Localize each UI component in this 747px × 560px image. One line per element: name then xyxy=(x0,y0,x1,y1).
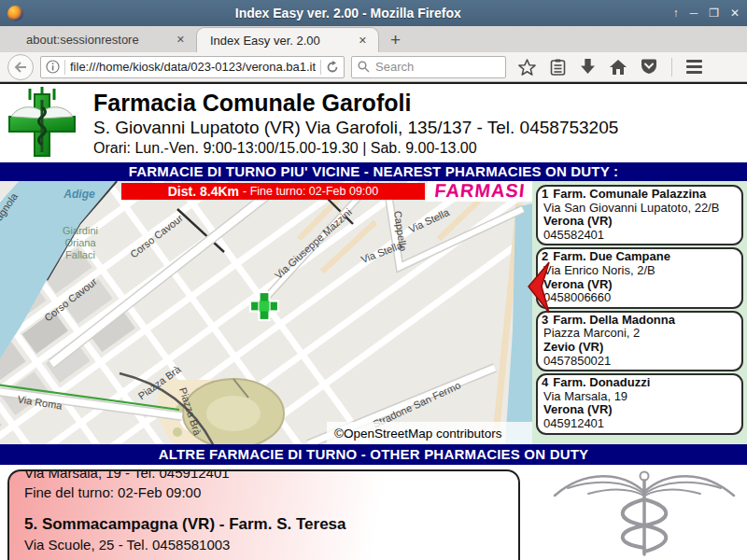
tab-label: Index Easy ver. 2.00 xyxy=(210,34,357,48)
map-section: Adige Lungadige Campagnola Giardini Oria… xyxy=(0,181,747,444)
pharmacy-card-address: Piazza Marconi, 2 xyxy=(543,327,736,341)
tab-bar: about:sessionrestore ✕ Index Easy ver. 2… xyxy=(0,26,747,52)
tab-close-icon[interactable]: ✕ xyxy=(357,35,369,47)
duty-shift-end: Fine del turno: 02-Feb 09:00 xyxy=(24,484,503,500)
titlebar: Index Easy ver. 2.00 - Mozilla Firefox ↑… xyxy=(0,0,747,26)
distance-value: Dist. 8.4Km xyxy=(168,184,239,199)
pharmacy-card-name: Farm. Comunale Palazzina xyxy=(553,188,706,202)
pharmacy-card-name: Farm. Della Madonna xyxy=(553,314,675,328)
pharmacy-card: 1Farm. Comunale Palazzina Via San Giovan… xyxy=(536,185,743,245)
downloads-icon[interactable] xyxy=(580,59,596,75)
reload-icon[interactable] xyxy=(326,61,339,74)
pharmacy-card-city: Verona (VR) xyxy=(543,403,736,417)
pharmacy-hours: Orari: Lun.-Ven. 9:00-13:00/15.00-19.30 … xyxy=(93,140,618,157)
toolbar-divider xyxy=(671,58,672,77)
pharmacy-number: 4 xyxy=(542,376,548,390)
page-info-icon[interactable] xyxy=(46,60,60,74)
nearest-pharmacies-banner: FARMACIE DI TURNO PIU' VICINE - NEAREST … xyxy=(0,162,747,181)
other-duty-box: Via Marsala, 19 - Tel. 045912401 Fine de… xyxy=(7,469,520,560)
pharmacy-card: 3Farm. Della Madonna Piazza Marconi, 2 Z… xyxy=(536,311,743,371)
farmasi-logo: FARMASI xyxy=(426,181,532,202)
url-input[interactable] xyxy=(70,60,316,74)
map-label-giardini: Oriana xyxy=(64,237,96,248)
pharmacy-card-city: Zevio (VR) xyxy=(543,341,736,355)
pharmacy-number: 3 xyxy=(542,314,548,328)
tab-close-icon[interactable]: ✕ xyxy=(175,34,187,46)
pocket-icon[interactable] xyxy=(641,59,657,75)
url-bar[interactable] xyxy=(40,56,345,78)
map-attribution: ©OpenStreetMap contributors xyxy=(334,427,502,441)
shift-end-time: - Fine turno: 02-Feb 09:00 xyxy=(243,185,378,198)
pharmacy-card-address: Via Enrico Noris, 2/B xyxy=(543,264,736,278)
pharmacy-card-city: Verona (VR) xyxy=(543,278,736,292)
city-map: Adige Lungadige Campagnola Giardini Oria… xyxy=(0,181,532,444)
duty-entry-title: 5. Sommacampagna (VR) - Farm. S. Teresa xyxy=(24,515,503,534)
search-input[interactable] xyxy=(375,60,500,74)
pharmacy-card-city: Verona (VR) xyxy=(543,215,736,229)
pharmacy-card-phone: 045582401 xyxy=(543,229,736,243)
back-icon xyxy=(14,62,27,73)
map-image: Adige Lungadige Campagnola Giardini Oria… xyxy=(0,181,532,444)
pharmacy-card-name: Farm. Donaduzzi xyxy=(553,376,650,390)
distance-banner: Dist. 8.4Km - Fine turno: 02-Feb 09:00 xyxy=(121,183,425,200)
pharmacy-list-panel: 1Farm. Comunale Palazzina Via San Giovan… xyxy=(532,181,747,444)
other-pharmacies-banner: ALTRE FARMACIE DI TURNO - OTHER PHARMACI… xyxy=(0,444,747,465)
tab-index-easy[interactable]: Index Easy ver. 2.00 ✕ xyxy=(196,27,379,52)
minimize-icon[interactable]: ─ xyxy=(690,6,698,21)
firefox-window: Index Easy ver. 2.00 - Mozilla Firefox ↑… xyxy=(0,0,747,560)
search-box[interactable] xyxy=(351,56,506,78)
bookmarks-list-icon[interactable] xyxy=(550,59,566,76)
map-label-giardini: Fallaci xyxy=(65,249,95,260)
pharmacy-card-address: Via Marsala, 19 xyxy=(543,390,736,404)
pharmacy-address: S. Giovanni Lupatoto (VR) Via Garofoli, … xyxy=(93,118,618,137)
urlbar-divider xyxy=(320,60,321,75)
map-label-adige: Adige xyxy=(63,188,95,201)
close-icon[interactable]: ✕ xyxy=(730,6,740,21)
search-icon xyxy=(358,61,370,73)
pharmacy-card-phone: 0457850021 xyxy=(543,355,736,369)
page-content: Farmacia Comunale Garofoli S. Giovanni L… xyxy=(0,82,747,560)
map-label-giardini: Giardini xyxy=(63,225,98,236)
navigation-toolbar xyxy=(0,52,747,82)
pharmacy-card-phone: 045912401 xyxy=(543,417,736,431)
firefox-icon xyxy=(7,6,23,21)
pharmacy-cross-logo xyxy=(4,87,80,160)
pharmacy-number: 1 xyxy=(542,188,548,202)
raise-window-icon[interactable]: ↑ xyxy=(673,6,679,21)
duty-address-line: Via Marsala, 19 - Tel. 045912401 xyxy=(24,469,503,481)
caduceus-sketch xyxy=(547,468,741,557)
selection-arrow-icon xyxy=(528,261,551,314)
pharmacy-card-address: Via San Giovanni Lupatoto, 22/B xyxy=(543,202,736,216)
pharmacy-header: Farmacia Comunale Garofoli S. Giovanni L… xyxy=(0,84,747,162)
back-button[interactable] xyxy=(7,54,34,80)
other-duty-section: Via Marsala, 19 - Tel. 045912401 Fine de… xyxy=(0,465,747,560)
new-tab-button[interactable]: + xyxy=(390,31,401,49)
pharmacy-name: Farmacia Comunale Garofoli xyxy=(93,90,618,116)
duty-entry-address: Via Scuole, 25 - Tel. 0458581003 xyxy=(24,537,503,553)
pharmacy-card: 2Farm. Due Campane Via Enrico Noris, 2/B… xyxy=(536,247,743,308)
pharmacy-card-phone: 0458006660 xyxy=(543,291,736,305)
maximize-icon[interactable]: ❐ xyxy=(709,6,719,21)
tab-label: about:sessionrestore xyxy=(26,33,175,47)
menu-icon[interactable] xyxy=(686,60,702,74)
window-title: Index Easy ver. 2.00 - Mozilla Firefox xyxy=(23,6,673,21)
bookmark-star-icon[interactable] xyxy=(518,59,536,76)
pharmacy-card: 4Farm. Donaduzzi Via Marsala, 19 Verona … xyxy=(536,373,743,434)
urlbar-divider xyxy=(64,60,65,75)
tab-session-restore[interactable]: about:sessionrestore ✕ xyxy=(13,27,196,52)
pharmacy-card-name: Farm. Due Campane xyxy=(553,250,670,264)
home-icon[interactable] xyxy=(610,60,627,75)
